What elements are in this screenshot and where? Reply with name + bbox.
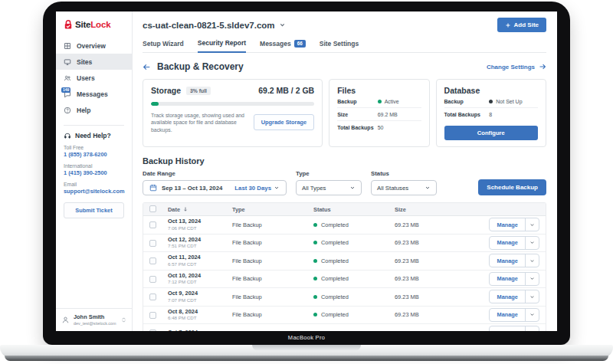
back-button[interactable] — [143, 63, 151, 71]
chevron-down-icon — [274, 185, 280, 191]
manage-button[interactable]: Manage — [490, 309, 525, 321]
files-title: Files — [337, 86, 421, 95]
manage-dropdown-toggle[interactable] — [525, 237, 539, 249]
status-dot-completed — [313, 259, 317, 263]
add-site-button[interactable]: Add Site — [497, 18, 546, 32]
date-range-label: Date Range — [143, 170, 287, 177]
configure-button[interactable]: Configure — [444, 126, 538, 140]
tab-setup-wizard[interactable]: Setup Wizard — [143, 39, 184, 52]
date-range-preset[interactable]: Last 30 Days — [234, 185, 280, 192]
chevron-down-icon — [529, 276, 535, 281]
device-label: MacBook Pro — [43, 334, 570, 341]
files-total-label: Total Backups — [337, 125, 377, 130]
manage-button[interactable]: Manage — [490, 218, 525, 231]
type-filter-group: Type All Types — [296, 170, 362, 195]
sidebar-item-sites[interactable]: Sites — [56, 54, 132, 70]
manage-split-button: Manage — [489, 254, 539, 267]
upgrade-storage-button[interactable]: Upgrade Storage — [254, 114, 315, 130]
status-dot-completed — [313, 313, 317, 316]
international-number[interactable]: 1 (415) 390-2500 — [64, 169, 124, 176]
manage-button[interactable]: Manage — [490, 326, 525, 331]
manage-button[interactable]: Manage — [490, 273, 525, 285]
row-checkbox[interactable] — [149, 257, 156, 264]
manage-split-button: Manage — [489, 326, 539, 331]
column-header-type: Type — [232, 206, 313, 213]
manage-dropdown-toggle[interactable] — [525, 273, 539, 285]
database-total-label: Total Backups — [444, 112, 490, 117]
schedule-backup-button[interactable]: Schedule Backup — [478, 179, 546, 195]
sidebar-item-help[interactable]: Help — [56, 102, 132, 118]
files-card: Files Backup Active Size 69.2 MB Total B… — [329, 79, 429, 147]
messages-count-badge: 149 — [61, 87, 70, 93]
macbook-screen-bezel: SiteLock Overview Sites Users — [43, 2, 570, 345]
monitor-icon — [64, 58, 71, 66]
tab-bar: Setup Wizard Security Report Messages66 … — [143, 39, 546, 53]
status-dot-completed — [313, 241, 317, 244]
macbook-base-edge — [5, 356, 608, 361]
manage-button[interactable]: Manage — [490, 237, 525, 249]
submit-ticket-button[interactable]: Submit Ticket — [64, 202, 124, 218]
files-size-label: Size — [337, 112, 377, 117]
manage-dropdown-toggle[interactable] — [525, 254, 539, 267]
select-all-checkbox[interactable] — [149, 205, 156, 212]
database-title: Database — [444, 86, 538, 95]
date-range-group: Date Range Sep 13 – Oct 13, 2024 Last 30… — [143, 170, 287, 195]
manage-split-button: Manage — [489, 236, 539, 250]
database-total-value: 8 — [489, 112, 492, 117]
user-account-menu[interactable]: John Smith dev_test@sitelock.com — [56, 308, 132, 331]
sidebar-item-users[interactable]: Users — [56, 70, 132, 86]
need-help-section: Need Help? Toll Free 1 (855) 378-6200 In… — [56, 126, 132, 195]
support-email-link[interactable]: support@sitelock.com — [64, 188, 124, 195]
chevron-down-icon — [529, 258, 535, 264]
manage-dropdown-toggle[interactable] — [525, 309, 539, 321]
row-checkbox[interactable] — [149, 240, 156, 247]
sidebar-item-label: Users — [77, 74, 95, 82]
storage-card: Storage 3% full 69.2 MB / 2 GB Track sto… — [143, 79, 323, 147]
row-checkbox[interactable] — [149, 221, 156, 228]
manage-dropdown-toggle[interactable] — [525, 290, 539, 303]
change-settings-link[interactable]: Change Settings — [487, 63, 546, 71]
column-header-date[interactable]: Date — [168, 206, 232, 213]
database-backup-status: Not Set Up — [489, 99, 522, 104]
storage-usage: 69.2 MB / 2 GB — [258, 86, 314, 95]
row-checkbox[interactable] — [149, 293, 156, 300]
site-name: cs-uat-clean-0821-5.sldev7.com — [143, 21, 275, 30]
site-switcher-chevron[interactable] — [279, 21, 286, 28]
grid-icon — [64, 42, 71, 50]
sidebar-item-overview[interactable]: Overview — [56, 38, 132, 54]
app-window: SiteLock Overview Sites Users — [56, 11, 557, 331]
tab-messages[interactable]: Messages66 — [260, 39, 306, 52]
storage-percent-badge: 3% full — [186, 87, 211, 95]
files-size-value: 69.2 MB — [378, 112, 398, 117]
plus-icon — [505, 22, 511, 28]
toll-free-number[interactable]: 1 (855) 378-6200 — [64, 151, 124, 158]
sidebar-item-messages[interactable]: 149 Messages — [56, 86, 132, 102]
status-dot-completed — [313, 223, 317, 227]
row-checkbox[interactable] — [149, 312, 156, 319]
user-email: dev_test@sitelock.com — [74, 321, 116, 326]
status-select[interactable]: All Statuses — [371, 180, 437, 195]
row-checkbox[interactable] — [149, 330, 156, 331]
tab-site-settings[interactable]: Site Settings — [320, 39, 359, 52]
manage-button[interactable]: Manage — [490, 290, 525, 303]
sidebar-item-label: Overview — [77, 42, 106, 50]
status-dot-active — [378, 100, 382, 103]
page-title: Backup & Recovery — [157, 61, 244, 72]
date-range-picker[interactable]: Sep 13 – Oct 13, 2024 Last 30 Days — [143, 180, 287, 195]
sidebar-nav: Overview Sites Users 149 — [56, 38, 132, 118]
chevron-down-icon — [349, 185, 356, 191]
table-row: Oct 12, 20247:51 PM CDT File Backup Comp… — [143, 234, 546, 253]
table-row: Oct 10, 20247:12 PM CDT File Backup Comp… — [143, 271, 546, 289]
manage-button[interactable]: Manage — [490, 254, 525, 267]
chevron-down-icon — [529, 312, 535, 317]
manage-dropdown-toggle[interactable] — [525, 326, 539, 331]
sitelock-logo[interactable]: SiteLock — [56, 11, 132, 34]
calendar-icon — [149, 184, 157, 192]
tab-security-report[interactable]: Security Report — [198, 39, 246, 53]
manage-dropdown-toggle[interactable] — [525, 218, 539, 231]
type-select[interactable]: All Types — [296, 180, 362, 195]
chevron-down-icon — [529, 330, 535, 331]
page: SiteLock Overview Sites Users — [0, 0, 613, 364]
message-icon-wrap: 149 — [64, 90, 71, 98]
row-checkbox[interactable] — [149, 276, 156, 283]
